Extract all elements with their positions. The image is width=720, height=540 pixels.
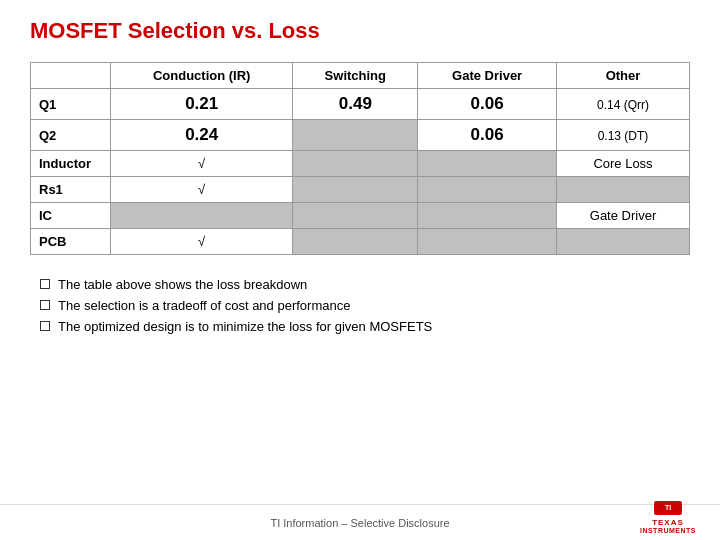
table-cell: √ (111, 229, 293, 255)
table-cell (293, 151, 418, 177)
bullet-square (40, 300, 50, 310)
table-wrapper: Conduction (IR) Switching Gate Driver Ot… (30, 62, 690, 255)
table-cell (293, 203, 418, 229)
page: MOSFET Selection vs. Loss Conduction (IR… (0, 0, 720, 540)
table-row: Q20.240.060.13 (DT) (31, 120, 690, 151)
table-row: Inductor√Core Loss (31, 151, 690, 177)
table-cell: 0.14 (Qrr) (557, 89, 690, 120)
bullet-square (40, 279, 50, 289)
table-cell (557, 229, 690, 255)
table-cell (557, 177, 690, 203)
bullet-text-2: The selection is a tradeoff of cost and … (58, 298, 350, 313)
table-cell (293, 120, 418, 151)
table-cell (418, 177, 557, 203)
table-row: PCB√ (31, 229, 690, 255)
header-switching: Switching (293, 63, 418, 89)
row-label: Q1 (31, 89, 111, 120)
bullet-square (40, 321, 50, 331)
list-item: The table above shows the loss breakdown (40, 277, 690, 292)
table-cell: √ (111, 151, 293, 177)
row-label: Rs1 (31, 177, 111, 203)
header-other: Other (557, 63, 690, 89)
ti-logo: TI TEXAS INSTRUMENTS (640, 497, 696, 534)
table-cell (293, 177, 418, 203)
table-cell: 0.24 (111, 120, 293, 151)
table-cell: 0.21 (111, 89, 293, 120)
table-cell (418, 229, 557, 255)
table-cell (418, 203, 557, 229)
footer-text: TI Information – Selective Disclosure (270, 517, 449, 529)
list-item: The optimized design is to minimize the … (40, 319, 690, 334)
header-empty (31, 63, 111, 89)
table-cell: 0.13 (DT) (557, 120, 690, 151)
table-cell: Gate Driver (557, 203, 690, 229)
row-label: IC (31, 203, 111, 229)
row-label: Q2 (31, 120, 111, 151)
bullet-text-3: The optimized design is to minimize the … (58, 319, 432, 334)
ti-text-texas: TEXAS (652, 519, 684, 527)
row-label: Inductor (31, 151, 111, 177)
list-item: The selection is a tradeoff of cost and … (40, 298, 690, 313)
table-row: ICGate Driver (31, 203, 690, 229)
page-title: MOSFET Selection vs. Loss (30, 18, 690, 44)
table-cell (111, 203, 293, 229)
table-cell: 0.06 (418, 89, 557, 120)
ti-logo-icon: TI (654, 497, 682, 519)
table-cell: 0.06 (418, 120, 557, 151)
bullet-text-1: The table above shows the loss breakdown (58, 277, 307, 292)
header-conduction: Conduction (IR) (111, 63, 293, 89)
table-row: Q10.210.490.060.14 (Qrr) (31, 89, 690, 120)
table-cell (418, 151, 557, 177)
row-label: PCB (31, 229, 111, 255)
bullet-list: The table above shows the loss breakdown… (30, 277, 690, 340)
header-gate-driver: Gate Driver (418, 63, 557, 89)
table-cell: Core Loss (557, 151, 690, 177)
table-cell: √ (111, 177, 293, 203)
footer: TI Information – Selective Disclosure (0, 504, 720, 540)
table-cell (293, 229, 418, 255)
svg-text:TI: TI (665, 504, 671, 511)
ti-text-instruments: INSTRUMENTS (640, 527, 696, 534)
table-row: Rs1√ (31, 177, 690, 203)
loss-table: Conduction (IR) Switching Gate Driver Ot… (30, 62, 690, 255)
table-cell: 0.49 (293, 89, 418, 120)
